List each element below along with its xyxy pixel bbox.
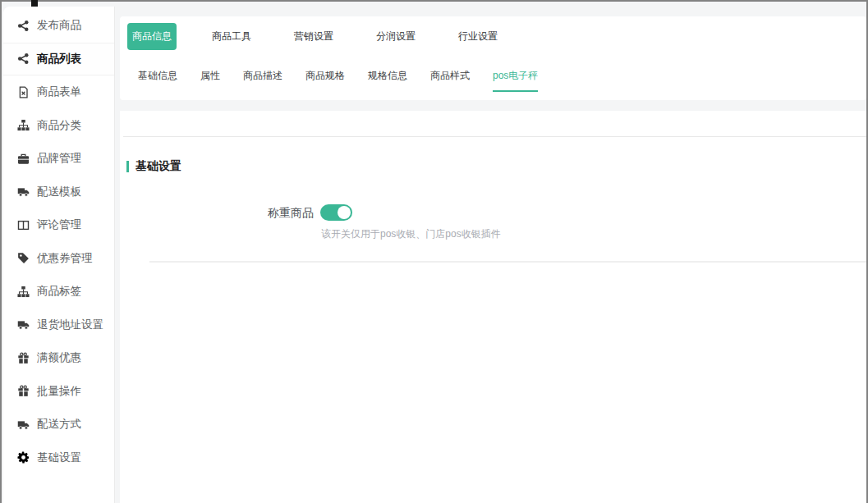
sidebar-item-label: 评论管理 (37, 217, 81, 232)
sidebar-item-label: 配送方式 (37, 417, 81, 432)
sidebar-item-label: 优惠券管理 (37, 251, 93, 266)
sidebar-item-label: 品牌管理 (37, 151, 81, 166)
sidebar-item-product-tags[interactable]: 商品标签 (3, 275, 114, 309)
gear-icon (17, 451, 30, 464)
toggle-knob (338, 206, 351, 219)
sidebar-item-product-list[interactable]: 商品列表 (3, 43, 114, 76)
truck-icon (17, 185, 30, 198)
sidebar-item-label: 退货地址设置 (37, 318, 103, 332)
sitemap-icon (17, 286, 30, 298)
tab-industry[interactable]: 行业设置 (458, 30, 498, 43)
sidebar-item-label: 批量操作 (37, 384, 81, 399)
sidebar-item-publish-product[interactable]: 发布商品 (3, 9, 114, 43)
sidebar-item-batch-operations[interactable]: 批量操作 (3, 375, 114, 409)
file-excel-icon (17, 86, 30, 98)
sidebar-item-delivery-method[interactable]: 配送方式 (3, 408, 114, 441)
subtab-pos-scale[interactable]: pos电子秤 (493, 69, 538, 92)
tab-product-info[interactable]: 商品信息 (127, 23, 177, 50)
sidebar-item-brand-management[interactable]: 品牌管理 (3, 142, 114, 176)
sidebar-item-review-management[interactable]: 评论管理 (3, 208, 114, 242)
share-nodes-icon (17, 53, 30, 65)
app-window: 发布商品 商品列表 商品表单 商品分类 品牌管理 配送模板 评论管理 优惠券管 (0, 0, 868, 503)
share-nodes-icon (17, 20, 30, 32)
subtab-basic-info[interactable]: 基础信息 (138, 69, 177, 92)
subtab-product-style[interactable]: 商品样式 (430, 69, 470, 92)
weigh-product-label: 称重商品 (120, 204, 314, 221)
tabs-panel: 商品信息 商品工具 营销设置 分润设置 行业设置 基础信息 属性 商品描述 商品… (120, 16, 866, 100)
divider (123, 136, 866, 137)
divider (149, 261, 866, 263)
sidebar-item-label: 满额优惠 (37, 350, 81, 365)
truck-icon (17, 418, 30, 431)
sidebar-item-product-category[interactable]: 商品分类 (3, 109, 114, 143)
section-accent-bar (126, 161, 129, 172)
content-panel: 基础设置 称重商品 该开关仅用于pos收银、门店pos收银插件 (120, 111, 866, 503)
sidebar-item-basic-settings[interactable]: 基础设置 (3, 441, 114, 475)
sidebar-item-label: 商品表单 (37, 85, 81, 99)
subtab-spec-info[interactable]: 规格信息 (368, 69, 407, 92)
tab-product-tools[interactable]: 商品工具 (212, 30, 251, 43)
sidebar-item-delivery-template[interactable]: 配送模板 (3, 176, 114, 209)
truck-icon (17, 318, 30, 331)
tab-marketing[interactable]: 营销设置 (294, 30, 333, 43)
columns-icon (17, 219, 30, 231)
sidebar: 发布商品 商品列表 商品表单 商品分类 品牌管理 配送模板 评论管理 优惠券管 (3, 7, 115, 503)
gift-icon (17, 352, 30, 364)
tab-profit-sharing[interactable]: 分润设置 (376, 30, 416, 43)
toggle-help-text: 该开关仅用于pos收银、门店pos收银插件 (321, 227, 501, 241)
sidebar-item-label: 商品标签 (37, 284, 81, 299)
sidebar-item-product-form[interactable]: 商品表单 (3, 75, 114, 109)
sidebar-item-label: 商品分类 (37, 118, 81, 133)
section-header: 基础设置 (126, 159, 181, 174)
tag-icon (17, 252, 30, 264)
weigh-product-toggle[interactable] (320, 204, 352, 221)
sidebar-item-return-address[interactable]: 退货地址设置 (3, 309, 114, 342)
sidebar-item-label: 发布商品 (37, 18, 81, 33)
section-title: 基础设置 (135, 159, 181, 174)
secondary-tab-bar: 基础信息 属性 商品描述 商品规格 规格信息 商品样式 pos电子秤 (138, 69, 538, 92)
sidebar-item-label: 商品列表 (37, 52, 81, 66)
subtab-description[interactable]: 商品描述 (243, 69, 282, 92)
sidebar-item-full-discount[interactable]: 满额优惠 (3, 341, 114, 375)
briefcase-icon (17, 153, 30, 165)
sidebar-item-label: 配送模板 (37, 185, 81, 199)
gift-icon (17, 385, 30, 397)
subtab-specs[interactable]: 商品规格 (305, 69, 345, 92)
primary-tab-bar: 商品信息 商品工具 营销设置 分润设置 行业设置 (127, 23, 540, 50)
sidebar-item-label: 基础设置 (37, 450, 81, 465)
sitemap-icon (17, 119, 30, 131)
subtab-attributes[interactable]: 属性 (200, 69, 220, 92)
sidebar-item-coupon-management[interactable]: 优惠券管理 (3, 242, 114, 276)
